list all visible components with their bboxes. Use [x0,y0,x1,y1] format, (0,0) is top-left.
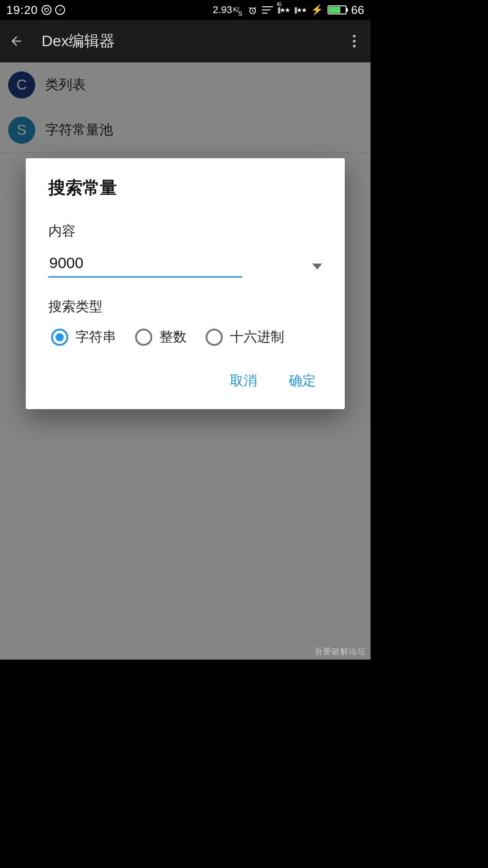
battery-percent: 66 [351,3,364,17]
content-field-label: 内容 [48,222,322,241]
radio-icon [135,329,152,346]
radio-label: 十六进制 [230,328,284,346]
arrow-left-icon [9,34,23,48]
overflow-menu-button[interactable] [344,31,364,51]
menu-lines-icon [262,3,273,17]
search-type-label: 搜索类型 [48,297,322,316]
status-time: 19:20 [6,3,38,17]
radio-integer[interactable]: 整数 [135,328,187,346]
app-title: Dex编辑器 [42,31,115,52]
music-app-icon [42,5,52,15]
radio-icon [206,329,223,346]
dots-vertical-icon [353,35,356,38]
battery-icon [328,5,347,14]
signal-icon-2: |||★★ [294,6,306,14]
search-type-radio-group: 字符串 整数 十六进制 [48,328,322,346]
content-input[interactable] [48,251,242,278]
radio-icon [51,329,68,346]
network-speed: 2.93 K/S [213,4,243,16]
charging-icon: ⚡ [311,4,323,16]
app-bar: Dex编辑器 [0,20,371,62]
content-area: C 类列表 S 字符常量池 搜索常量 内容 搜索类型 字符串 [0,62,371,660]
check-circle-icon [55,5,65,15]
alarm-icon [248,5,258,15]
back-button[interactable] [6,31,26,51]
radio-label: 字符串 [75,328,116,346]
status-bar: 19:20 2.93 K/S 4G |||★★ |||★★ ⚡ 66 [0,0,371,20]
dialog-title: 搜索常量 [48,176,322,199]
dialog-scrim[interactable]: 搜索常量 内容 搜索类型 字符串 整数 [0,62,371,660]
radio-label: 整数 [160,328,187,346]
signal-icon-1: 4G |||★★ [277,6,290,14]
ok-button[interactable]: 确定 [285,366,319,396]
cancel-button[interactable]: 取消 [226,366,261,396]
radio-string[interactable]: 字符串 [51,328,116,346]
search-constant-dialog: 搜索常量 内容 搜索类型 字符串 整数 [26,158,345,409]
radio-hex[interactable]: 十六进制 [206,328,284,346]
dropdown-caret-icon[interactable] [312,264,322,269]
